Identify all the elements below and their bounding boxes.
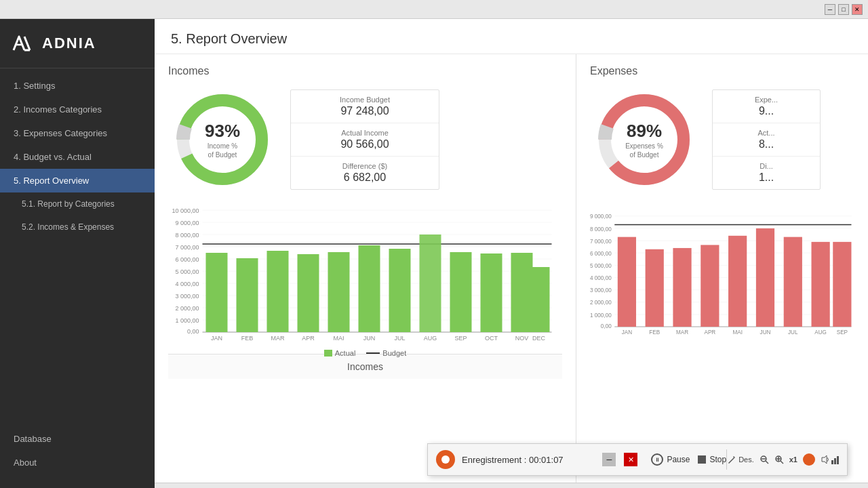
recording-title: Enregistrement : 00:01:07 xyxy=(462,455,594,465)
svg-rect-29 xyxy=(298,254,319,332)
expense-budget-value: 9... xyxy=(724,105,809,117)
recording-close-button[interactable]: ✕ xyxy=(624,453,637,466)
incomes-panel-title: Incomes xyxy=(168,65,562,77)
sidebar-item-settings[interactable]: 1. Settings xyxy=(0,74,155,98)
vol-bar-3 xyxy=(837,456,839,464)
svg-text:JUL: JUL xyxy=(394,335,405,342)
svg-line-93 xyxy=(766,461,768,464)
legend-actual-color xyxy=(324,350,332,357)
legend-budget-line xyxy=(366,352,380,354)
sidebar-item-budget-actual[interactable]: 4. Budget vs. Actual xyxy=(0,145,155,169)
svg-rect-32 xyxy=(389,249,411,332)
logo-text: ADNIA xyxy=(42,35,96,52)
difference-value: 6 682,00 xyxy=(302,171,428,184)
vol-bar-2 xyxy=(834,458,836,464)
recording-minimize-button[interactable]: ─ xyxy=(602,453,616,466)
legend-budget: Budget xyxy=(366,349,406,357)
difference-row: Difference ($) 6 682,00 xyxy=(291,157,439,189)
incomes-donut-label: 93% Income % of Budget xyxy=(205,121,240,159)
des-button[interactable]: Des. xyxy=(727,455,754,464)
svg-text:8 000,00: 8 000,00 xyxy=(175,232,199,239)
actual-income-row: Actual Income 90 566,00 xyxy=(291,123,439,157)
sidebar-item-database[interactable]: Database xyxy=(14,427,141,451)
zoom-out-button[interactable] xyxy=(760,455,769,464)
svg-text:9 000,00: 9 000,00 xyxy=(175,220,199,226)
expenses-info-card: Expe... 9... Act... 8... Di... 1... xyxy=(712,89,821,190)
horizontal-scrollbar[interactable] xyxy=(155,483,868,488)
close-button[interactable]: ✕ xyxy=(852,4,863,15)
svg-rect-34 xyxy=(450,252,472,332)
svg-rect-35 xyxy=(481,253,502,332)
actual-income-label: Actual Income xyxy=(302,129,428,137)
svg-text:3 000,00: 3 000,00 xyxy=(590,287,612,293)
svg-text:7 000,00: 7 000,00 xyxy=(590,239,612,245)
svg-text:2 000,00: 2 000,00 xyxy=(175,305,199,312)
svg-text:MAR: MAR xyxy=(271,335,285,342)
svg-text:JAN: JAN xyxy=(622,329,633,336)
zoom-in-button[interactable] xyxy=(774,455,784,464)
svg-rect-37 xyxy=(528,267,550,332)
svg-rect-27 xyxy=(237,258,258,332)
svg-text:0,00: 0,00 xyxy=(187,328,199,335)
svg-text:SEP: SEP xyxy=(454,335,467,342)
pause-button[interactable]: ⏸ Pause xyxy=(651,453,690,466)
actual-expense-value: 8... xyxy=(724,138,809,150)
sidebar-item-about[interactable]: About xyxy=(14,451,141,474)
content-area: Incomes xyxy=(155,54,868,483)
expenses-donut-sub: Expenses % of Budget xyxy=(625,142,663,159)
sidebar-nav: 1. Settings 2. Incomes Categories 3. Exp… xyxy=(0,68,155,420)
legend-actual: Actual xyxy=(324,349,356,357)
svg-text:5 000,00: 5 000,00 xyxy=(175,268,199,275)
svg-text:5 000,00: 5 000,00 xyxy=(590,263,612,269)
minimize-button[interactable]: ─ xyxy=(825,4,835,15)
title-bar: ─ □ ✕ xyxy=(0,0,868,19)
svg-rect-31 xyxy=(359,245,380,332)
svg-text:SEP: SEP xyxy=(837,329,848,336)
incomes-donut-section: 93% Income % of Budget Income Budget xyxy=(168,85,562,194)
sidebar-item-incomes-expenses[interactable]: 5.2. Incomes & Expenses xyxy=(0,216,155,239)
stop-button[interactable]: Stop xyxy=(698,455,726,464)
income-budget-row: Income Budget 97 248,00 xyxy=(291,90,439,123)
zoom-level: x1 xyxy=(789,455,797,464)
svg-text:0,00: 0,00 xyxy=(601,323,612,329)
recording-icon xyxy=(436,450,455,469)
svg-text:4 000,00: 4 000,00 xyxy=(590,275,612,281)
actual-income-value: 90 566,00 xyxy=(302,138,428,150)
expense-diff-row: Di... 1... xyxy=(713,157,820,189)
sidebar-item-report-categories[interactable]: 5.1. Report by Categories xyxy=(0,192,155,216)
svg-text:3 000,00: 3 000,00 xyxy=(175,293,199,300)
svg-text:6 000,00: 6 000,00 xyxy=(590,251,612,257)
svg-text:JUN: JUN xyxy=(363,335,376,342)
svg-text:MAI: MAI xyxy=(732,329,743,336)
svg-rect-28 xyxy=(267,251,289,332)
expenses-donut-label: 89% Expenses % of Budget xyxy=(625,121,663,159)
volume-bars xyxy=(831,455,839,464)
income-budget-label: Income Budget xyxy=(302,96,428,104)
svg-marker-99 xyxy=(822,455,827,464)
expenses-donut-section: 89% Expenses % of Budget Expe... xyxy=(590,85,854,194)
svg-rect-79 xyxy=(756,228,774,327)
expenses-panel-title: Expenses xyxy=(590,65,854,77)
sidebar-item-report-overview[interactable]: 5. Report Overview xyxy=(0,169,155,192)
pause-icon: ⏸ xyxy=(651,453,663,466)
svg-text:10 000,00: 10 000,00 xyxy=(172,207,199,214)
vol-bar-1 xyxy=(831,460,833,464)
incomes-donut-chart: 93% Income % of Budget xyxy=(168,85,277,194)
svg-text:1 000,00: 1 000,00 xyxy=(590,312,612,319)
expenses-donut-chart: 89% Expenses % of Budget xyxy=(590,85,698,194)
svg-text:8 000,00: 8 000,00 xyxy=(590,226,612,232)
sidebar-item-expenses-cat[interactable]: 3. Expenses Categories xyxy=(0,121,155,145)
app-body: ADNIA 1. Settings 2. Incomes Categories … xyxy=(0,19,868,488)
sidebar-logo: ADNIA xyxy=(0,19,155,68)
camera-button[interactable] xyxy=(803,453,815,466)
maximize-button[interactable]: □ xyxy=(838,4,849,15)
zoom-in-icon xyxy=(774,455,784,464)
sidebar-item-incomes-cat[interactable]: 2. Incomes Categories xyxy=(0,98,155,121)
svg-rect-77 xyxy=(701,245,719,327)
expense-budget-row: Expe... 9... xyxy=(713,90,820,123)
recording-toolbar: Enregistrement : 00:01:07 ─ ✕ ⏸ Pause St… xyxy=(427,443,848,476)
sidebar: ADNIA 1. Settings 2. Incomes Categories … xyxy=(0,19,155,488)
svg-rect-30 xyxy=(328,252,350,332)
svg-text:1 000,00: 1 000,00 xyxy=(175,317,199,324)
incomes-tab[interactable]: Incomes xyxy=(168,354,562,379)
